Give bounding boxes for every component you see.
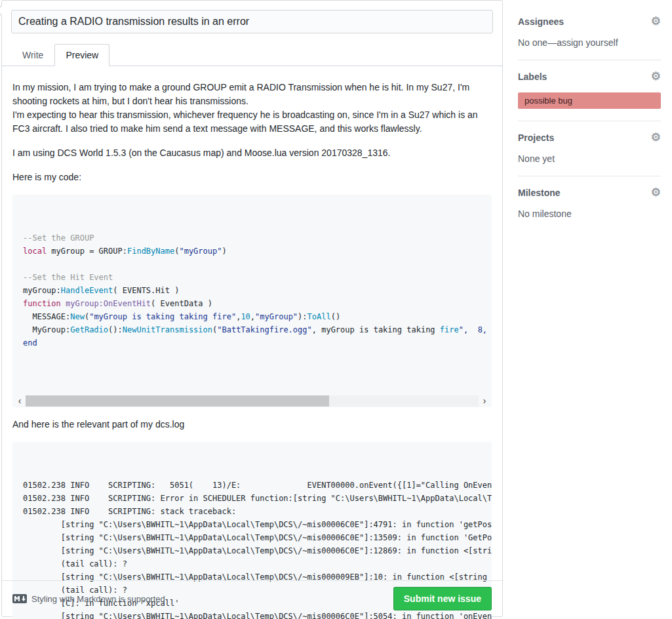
submit-new-issue-button[interactable]: Submit new issue — [393, 587, 492, 610]
paragraph-text: I'm expecting to hear this transmission,… — [12, 110, 478, 134]
code-line: (tail call): ? — [23, 557, 481, 570]
label-chip[interactable]: possible bug — [518, 92, 661, 109]
sidebar-section-labels: Labels⚙possible bug — [518, 60, 661, 121]
code-line: myGroup:HandleEvent( EVENTS.Hit ) — [23, 284, 481, 297]
markdown-note-text: Styling with Markdown is supported — [31, 594, 165, 604]
code-line: MESSAGE:New("myGroup is taking taking fi… — [23, 310, 481, 323]
gear-icon[interactable]: ⚙ — [651, 187, 661, 198]
code-line: [string "C:\Users\BWHITL~1\AppData\Local… — [23, 544, 481, 557]
issue-title-input[interactable] — [11, 10, 493, 33]
scrollbar-thumb[interactable] — [26, 395, 329, 407]
sidebar-section-title: Projects — [518, 132, 554, 143]
scroll-left-icon[interactable]: ‹ — [14, 395, 26, 407]
code-line: --Set the GROUP — [23, 231, 481, 245]
code-line: MyGroup:GetRadio():NewUnitTransmission("… — [23, 323, 481, 336]
issue-compose-box: Write Preview In my mission, I am trying… — [1, 0, 503, 617]
code-line — [23, 258, 481, 271]
compose-footer: Styling with Markdown is supported Submi… — [2, 580, 502, 616]
code-line: 01502.238 INFO SCRIPTING: 5051( 13)/E: E… — [23, 479, 481, 492]
code-line: [string "C:\Users\BWHITL~1\AppData\Local… — [23, 531, 481, 544]
paragraph: In my mission, I am trying to make a gro… — [12, 81, 492, 136]
paragraph: I am using DCS World 1.5.3 (on the Cauca… — [12, 146, 492, 160]
code-line: end — [23, 336, 481, 349]
tab-preview[interactable]: Preview — [54, 44, 109, 66]
markdown-note: Styling with Markdown is supported — [12, 594, 165, 604]
code-block-lua: --Set the GROUPlocal myGroup = GROUP:Fin… — [12, 195, 492, 407]
sidebar-section-body: No milestone — [518, 209, 661, 219]
paragraph: And here is the relevant part of my dcs.… — [12, 418, 492, 431]
paragraph-text: In my mission, I am trying to make a gro… — [12, 82, 469, 106]
code-line: --Set the Hit Event — [23, 271, 481, 284]
code-lines: --Set the GROUPlocal myGroup = GROUP:Fin… — [23, 231, 481, 349]
sidebar-section-body: None yet — [518, 153, 661, 164]
sidebar-section-title: Milestone — [518, 188, 561, 198]
tab-write[interactable]: Write — [11, 44, 54, 66]
scrollbar-track[interactable] — [26, 395, 479, 407]
sidebar-section-body: No one—assign yourself — [518, 37, 661, 48]
comment-tabs: Write Preview — [2, 44, 502, 66]
sidebar-section-assignees: Assignees⚙No one—assign yourself — [518, 5, 661, 60]
gear-icon[interactable]: ⚙ — [651, 16, 661, 27]
gear-icon[interactable]: ⚙ — [651, 132, 661, 143]
sidebar-section-projects: Projects⚙None yet — [518, 121, 661, 176]
code-line: [string "C:\Users\BWHITL~1\AppData\Local… — [23, 518, 481, 531]
sidebar-section-milestone: Milestone⚙No milestone — [518, 176, 661, 231]
code-line: local myGroup = GROUP:FindByName("myGrou… — [23, 245, 481, 258]
gear-icon[interactable]: ⚙ — [651, 71, 661, 82]
code-line: 01502.238 INFO SCRIPTING: stack tracebac… — [23, 505, 481, 518]
sidebar-section-title: Labels — [518, 71, 547, 82]
horizontal-scrollbar[interactable]: ‹ › — [14, 395, 490, 407]
scroll-right-icon[interactable]: › — [479, 395, 490, 407]
preview-content: In my mission, I am trying to make a gro… — [2, 66, 502, 619]
code-line: 01502.238 INFO SCRIPTING: Error in SCHED… — [23, 492, 481, 505]
sidebar: Assignees⚙No one—assign yourselfLabels⚙p… — [518, 5, 661, 231]
code-line: function myGroup:OnEventHit( EventData ) — [23, 297, 481, 310]
paragraph: Here is my code: — [12, 170, 492, 184]
sidebar-section-title: Assignees — [518, 16, 564, 27]
markdown-icon — [12, 594, 27, 603]
